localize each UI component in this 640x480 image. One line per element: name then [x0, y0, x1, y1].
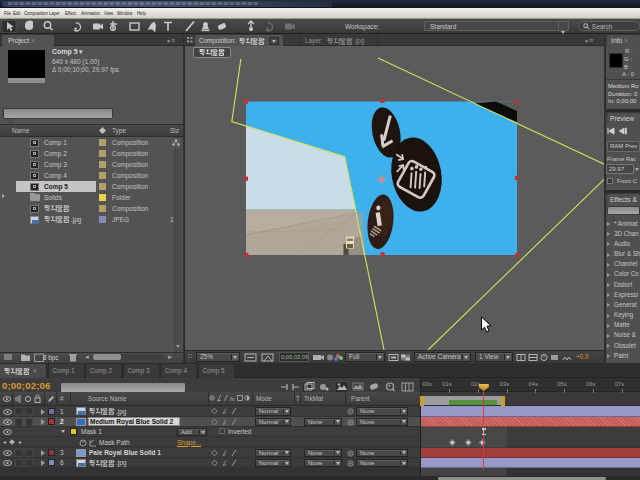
svg-text:fx: fx	[230, 396, 236, 402]
